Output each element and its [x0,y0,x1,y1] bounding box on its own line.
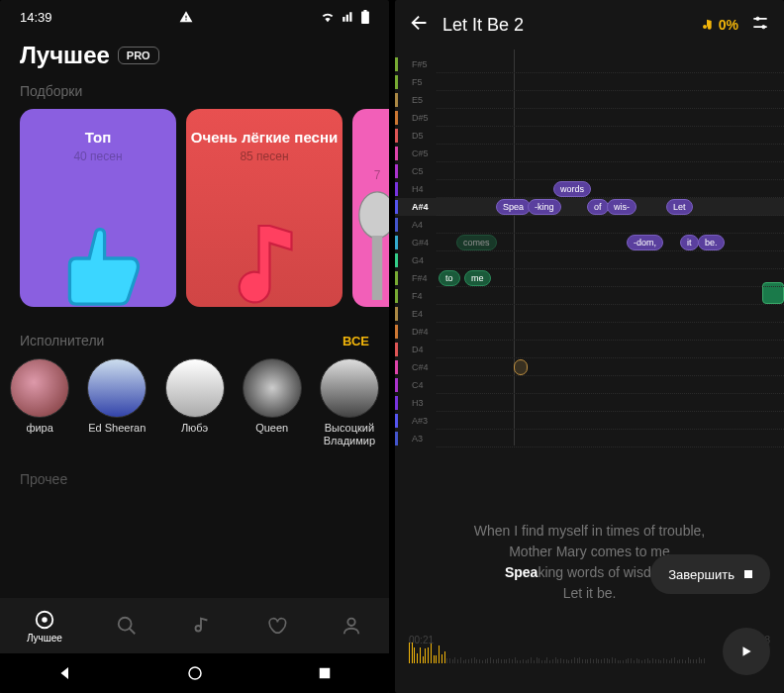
status-bar: 14:39 [0,0,389,34]
syllable: be. [698,235,725,250]
avatar [243,358,302,418]
section-other: Прочее [0,447,389,487]
bottom-nav: Лучшее [0,598,389,653]
card-easy[interactable]: Очень лёгкие песни 85 песен [186,109,343,307]
pitch-row: A#3 [395,412,784,430]
pitch-color-bar [395,147,398,160]
artist-item[interactable]: фира [4,358,75,447]
pitch-label: C#4 [402,362,436,372]
finish-button[interactable]: Завершить [650,554,770,594]
artist-name: Ed Sheeran [88,422,146,435]
back-icon[interactable] [56,664,74,682]
nav-profile[interactable] [341,615,362,637]
sliders-icon [750,13,770,33]
pitch-label: G4 [402,255,436,265]
svg-point-0 [359,192,389,239]
thumbs-up-icon [39,204,157,307]
svg-point-3 [42,617,48,623]
pro-badge[interactable]: PRO [118,47,159,64]
note-icon [699,17,715,33]
nav-search[interactable] [116,615,138,637]
play-icon [739,644,753,658]
artist-item[interactable]: Высоцкий Владимир [314,358,385,447]
artist-name: фира [26,422,52,435]
pitch-color-bar [395,164,398,178]
artists-header: Исполнители ВСЕ [0,317,389,358]
pitch-label: C5 [402,166,436,176]
pitch-label: E4 [402,309,436,319]
stop-icon [744,570,752,578]
signal-icon [342,11,355,23]
pitch-row: E5 [395,91,784,109]
artist-item[interactable]: Queen [237,358,308,447]
syllable: wis- [607,199,637,215]
card-title: Очень лёгкие песни [191,129,338,146]
avatar [87,358,147,418]
pitch-area[interactable]: F#5F5E5D#5D5C#5C5H4A#4A4G#4G4F#4F4E4D#4D… [395,50,784,446]
pitch-row: C5 [395,162,784,180]
pitch-color-bar [395,396,398,410]
pitch-label: A#4 [402,202,436,212]
artist-item[interactable]: Ed Sheeran [81,358,152,447]
pitch-row: A4 [395,216,784,234]
nav-best[interactable]: Лучшее [27,609,62,644]
svg-rect-8 [319,668,330,679]
svg-point-7 [189,667,201,679]
nav-label: Лучшее [27,633,62,644]
all-link[interactable]: ВСЕ [343,334,369,348]
card-third[interactable]: 7 [352,109,389,307]
lyric-line: When I find myself in times of trouble, [395,521,784,542]
note-icon [190,615,212,637]
avatar [165,358,225,418]
pitch-row: C#5 [395,145,784,162]
status-icons [179,10,193,24]
pitch-label: C#5 [402,148,436,158]
pitch-row: C4 [395,376,784,394]
syllable: to [439,270,460,286]
pitch-row: H3 [395,394,784,412]
card-subtitle: 7 [374,168,381,182]
pitch-row: D#5 [395,109,784,127]
song-header: Let It Be 2 0% [395,0,784,50]
play-button[interactable] [723,628,770,675]
warning-icon [179,10,193,24]
pitch-color-bar [395,129,398,143]
wifi-icon [320,11,336,23]
waveform[interactable] [409,636,705,663]
artist-name: Queen [255,422,288,435]
artist-name: Любэ [181,422,208,435]
pitch-label: D5 [402,131,436,141]
artists-row[interactable]: фира Ed Sheeran Любэ Queen Высоцкий Влад… [0,358,389,447]
pitch-color-bar [395,182,398,196]
recent-icon[interactable] [316,664,334,682]
music-note-icon [210,204,319,307]
pitch-label: H4 [402,184,436,194]
avatar [10,358,69,418]
pitch-label: F#5 [402,59,436,69]
pitch-color-bar [395,253,398,267]
pitch-color-bar [395,289,398,303]
syllable: comes [456,235,497,250]
pitch-cursor [514,359,528,375]
pitch-label: G#4 [402,238,436,248]
left-screen: 14:39 Лучшее PRO Подборки Топ 40 песен О… [0,0,389,693]
card-subtitle: 40 песен [73,149,122,163]
card-top[interactable]: Топ 40 песен [20,109,176,307]
syllable: me [464,270,491,286]
section-artists: Исполнители [20,333,104,348]
lyric-highlight: Spea [505,564,538,580]
collections-row[interactable]: Топ 40 песен Очень лёгкие песни 85 песен… [0,109,389,317]
nav-favorites[interactable] [265,615,287,637]
syllable: Spea [496,199,531,215]
back-button[interactable] [409,12,431,38]
pitch-label: A3 [402,434,436,444]
settings-button[interactable] [750,13,770,37]
pitch-color-bar [395,75,398,89]
home-icon[interactable] [186,664,204,682]
section-collections: Подборки [0,83,389,109]
svg-line-5 [129,629,135,635]
artist-item[interactable]: Любэ [158,358,230,447]
syllable: words [553,181,591,197]
nav-songs[interactable] [190,615,212,637]
pitch-row: G4 [395,251,784,269]
